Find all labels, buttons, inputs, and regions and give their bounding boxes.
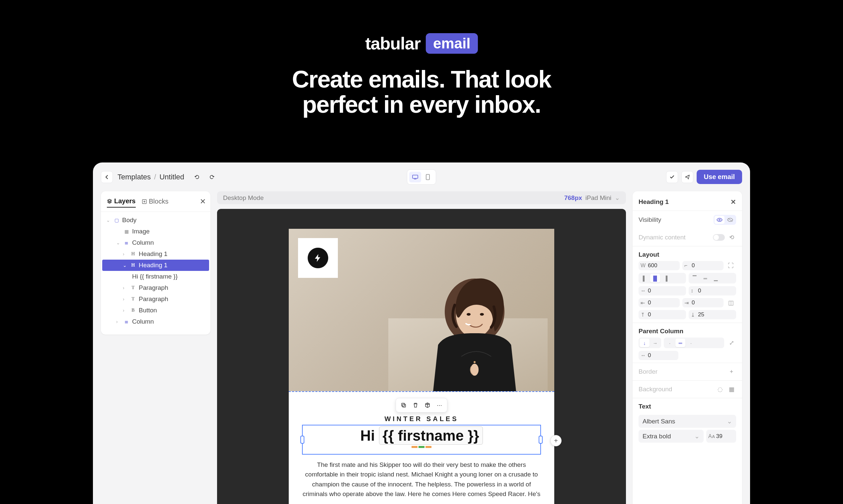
hero-image[interactable] xyxy=(289,229,554,391)
breadcrumb-root[interactable]: Templates xyxy=(118,173,151,181)
eye-visible-icon[interactable] xyxy=(715,216,724,224)
text-section: Text xyxy=(633,398,742,413)
font-family-select[interactable]: Albert Sans⌄ xyxy=(639,415,736,428)
resize-handle-right[interactable] xyxy=(539,436,543,444)
logo-badge xyxy=(298,238,338,278)
dynamic-toggle[interactable] xyxy=(713,234,725,241)
resize-handle-left[interactable] xyxy=(300,436,304,444)
brand-name: tabular xyxy=(365,34,420,53)
pad-right-input[interactable]: ⇥ xyxy=(682,298,724,307)
pad-top-input[interactable]: ⤒ xyxy=(639,310,686,319)
heading-token[interactable]: {{ firstname }} xyxy=(379,427,483,445)
align-top-icon[interactable]: ▔ xyxy=(690,274,700,283)
border-label: Border xyxy=(639,368,657,375)
breadcrumb: Templates / Untitled xyxy=(118,173,184,181)
canvas-width[interactable]: 768px xyxy=(564,194,582,202)
cube-icon[interactable] xyxy=(423,400,432,410)
tree-heading1[interactable]: › H Heading 1 xyxy=(102,248,209,259)
h-align-seg[interactable]: ▌ ▐▌ ▐ xyxy=(639,273,686,284)
align-center-icon[interactable]: ▐▌ xyxy=(650,274,660,283)
canvas-mode-label: Desktop Mode xyxy=(223,194,264,202)
parent-gap-input[interactable]: ↔ xyxy=(639,351,678,360)
brand-tag: email xyxy=(426,33,478,54)
align-middle-icon[interactable]: ═ xyxy=(700,274,710,283)
tree-column-1[interactable]: ⌄ ≣ Column xyxy=(102,237,209,248)
more-icon[interactable]: ⋯ xyxy=(434,400,444,410)
canvas-device[interactable]: iPad Mini xyxy=(585,194,611,202)
selection-toolbar: ⋯ xyxy=(396,398,447,413)
pad-bottom-input[interactable]: ⤓ xyxy=(689,310,736,319)
tab-layers[interactable]: Layers xyxy=(107,197,136,208)
width-input[interactable]: W xyxy=(639,261,680,270)
radius-input[interactable]: ⌐ xyxy=(682,261,724,270)
svg-point-6 xyxy=(480,313,484,316)
tree-hi-firstname[interactable]: Hi {{ firstname }} xyxy=(102,271,209,282)
duplicate-icon[interactable] xyxy=(399,400,409,410)
breadcrumb-current[interactable]: Untitled xyxy=(159,173,184,181)
parent-dir-seg[interactable]: ↓ → xyxy=(639,338,661,348)
dynamic-label: Dynamic content xyxy=(639,234,686,241)
droplet-icon[interactable]: ◌ xyxy=(716,385,725,394)
device-desktop[interactable] xyxy=(409,172,421,182)
tree-paragraph-2[interactable]: › T Paragraph xyxy=(102,293,209,305)
layout-section: Layout xyxy=(633,246,742,261)
svg-rect-0 xyxy=(413,175,418,178)
alignment-marker xyxy=(412,446,431,448)
pad-left-input[interactable]: ⇤ xyxy=(639,298,680,307)
canvas-viewer[interactable]: ⋯ WINTER SALES Hi {{ firstname }} xyxy=(217,209,626,504)
tree-button[interactable]: › B Button xyxy=(102,305,209,316)
tree-paragraph-1[interactable]: › T Paragraph xyxy=(102,282,209,293)
expand-parent-icon[interactable]: ⤢ xyxy=(727,338,736,347)
redo-button[interactable] xyxy=(206,171,218,183)
font-size-input[interactable]: Aᴀ xyxy=(706,430,736,443)
heading-hi: Hi xyxy=(360,427,375,444)
canvas-header: Desktop Mode 768px iPad Mini ⌄ xyxy=(217,191,626,204)
svg-rect-10 xyxy=(402,404,406,407)
device-mobile[interactable] xyxy=(422,172,434,182)
props-title: Heading 1 xyxy=(639,198,669,205)
align-right-icon[interactable]: ▐ xyxy=(661,274,671,283)
dir-right-icon[interactable]: → xyxy=(650,339,660,347)
eye-hidden-icon[interactable] xyxy=(725,216,735,224)
app-window: Templates / Untitled xyxy=(93,162,750,504)
props-close-icon[interactable]: ✕ xyxy=(730,198,736,206)
visibility-toggle[interactable] xyxy=(713,215,736,225)
svg-rect-1 xyxy=(426,175,429,180)
image-bg-icon[interactable]: ▦ xyxy=(727,385,736,394)
tree-heading1-selected[interactable]: ⌄ H Heading 1 xyxy=(102,259,209,271)
background-label: Background xyxy=(639,385,672,393)
use-email-button[interactable]: Use email xyxy=(696,170,742,184)
v-align-seg[interactable]: ▔ ═ ▁ xyxy=(689,273,736,284)
back-button[interactable] xyxy=(101,171,113,183)
trash-icon[interactable] xyxy=(411,400,420,410)
email-preview[interactable]: ⋯ WINTER SALES Hi {{ firstname }} xyxy=(289,229,554,504)
undo-button[interactable] xyxy=(191,171,203,183)
layers-close-icon[interactable]: ✕ xyxy=(200,197,206,206)
chevron-down-icon[interactable]: ⌄ xyxy=(615,194,620,202)
email-body[interactable]: ⋯ WINTER SALES Hi {{ firstname }} xyxy=(289,391,554,504)
gap-v-input[interactable]: ↕ xyxy=(689,286,736,295)
add-border-icon[interactable]: + xyxy=(727,367,736,376)
parent-align-seg[interactable]: · ═ · xyxy=(664,338,724,348)
email-overline[interactable]: WINTER SALES xyxy=(302,415,541,423)
align-left-icon[interactable]: ▌ xyxy=(639,274,650,283)
dir-down-icon[interactable]: ↓ xyxy=(639,339,650,347)
check-button[interactable] xyxy=(666,171,678,183)
canvas-area: Desktop Mode 768px iPad Mini ⌄ xyxy=(217,191,626,504)
tree-image[interactable]: ▦ Image xyxy=(102,226,209,237)
font-weight-select[interactable]: Extra bold⌄ xyxy=(639,430,704,443)
send-button[interactable] xyxy=(682,171,693,183)
align-bottom-icon[interactable]: ▁ xyxy=(711,274,721,283)
add-block-button[interactable]: + xyxy=(550,435,562,446)
tree-body[interactable]: ⌄ ▢ Body xyxy=(102,215,209,226)
selected-heading[interactable]: Hi {{ firstname }} xyxy=(302,425,541,455)
lock-padding-icon[interactable]: ◫ xyxy=(726,298,736,307)
refresh-icon[interactable]: ⟲ xyxy=(727,233,736,242)
email-body-text[interactable]: The first mate and his Skipper too will … xyxy=(302,460,541,499)
gap-h-input[interactable]: ↔ xyxy=(639,286,686,295)
visibility-label: Visibility xyxy=(639,216,661,223)
expand-icon[interactable]: ⛶ xyxy=(726,261,736,270)
tab-blocks[interactable]: Blocks xyxy=(142,198,169,207)
tree-column-2[interactable]: › ≣ Column xyxy=(102,316,209,327)
layer-tree: ⌄ ▢ Body ▦ Image ⌄ ≣ Column › H Hea xyxy=(101,212,210,330)
